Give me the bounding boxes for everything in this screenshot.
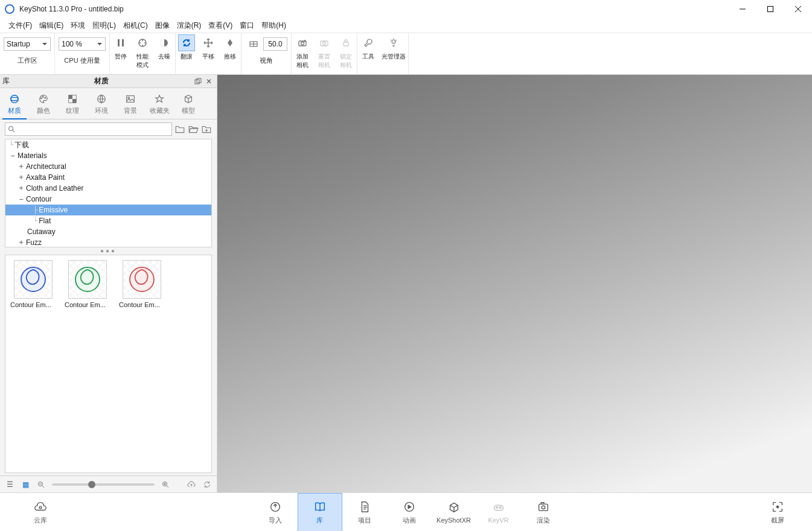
tab-colors[interactable]: 颜色 <box>29 91 58 119</box>
tab-materials[interactable]: 材质 <box>0 91 29 119</box>
list-view-icon[interactable]: ☰ <box>5 480 14 489</box>
menu-view[interactable]: 查看(V) <box>205 19 236 32</box>
animation-button[interactable]: 动画 <box>387 493 432 532</box>
svg-rect-54 <box>541 502 544 504</box>
render-button[interactable]: 渲染 <box>521 493 566 532</box>
document-icon <box>357 500 372 514</box>
folder-open-icon[interactable] <box>188 124 199 135</box>
menu-window[interactable]: 窗口 <box>236 19 258 32</box>
tree-flat[interactable]: └Flat <box>5 215 211 226</box>
thumbnail-item[interactable]: Contour Em... <box>119 260 165 308</box>
tree-materials[interactable]: −Materials <box>5 150 211 161</box>
tumble-button[interactable]: 翻滚 <box>176 33 197 74</box>
tab-textures[interactable]: 纹理 <box>58 91 87 119</box>
maximize-button[interactable] <box>756 0 784 18</box>
panel-close-button[interactable]: ✕ <box>203 76 214 87</box>
menu-render[interactable]: 渲染(R) <box>173 19 205 32</box>
keyshotxr-button[interactable]: KeyShotXR <box>432 493 476 532</box>
pan-button[interactable]: 平移 <box>197 33 219 74</box>
svg-rect-52 <box>539 504 548 510</box>
menu-image[interactable]: 图像 <box>152 19 173 32</box>
menu-environment[interactable]: 环境 <box>67 19 89 32</box>
panel-popout-button[interactable] <box>193 76 203 87</box>
tree-contour[interactable]: −Contour <box>5 194 211 205</box>
vr-icon <box>491 500 506 515</box>
tab-backplates[interactable]: 背景 <box>116 91 145 119</box>
library-panel: 库 材质 ✕ 材质 颜色 纹理 环境 背景 收藏夹 模型 └下载 −Materi… <box>0 75 217 492</box>
sphere-icon <box>8 93 21 105</box>
tab-models[interactable]: 模型 <box>174 91 203 119</box>
menu-camera[interactable]: 相机(C) <box>120 19 152 32</box>
grid-view-icon[interactable]: ▦ <box>21 480 30 489</box>
menu-file[interactable]: 文件(F) <box>5 19 36 32</box>
tree-axalta[interactable]: +Axalta Paint <box>5 172 211 183</box>
svg-rect-24 <box>69 95 72 99</box>
keyvr-button[interactable]: KeyVR <box>476 493 521 532</box>
denoise-button[interactable]: 去噪 <box>153 33 175 74</box>
close-button[interactable] <box>784 0 812 18</box>
crop-icon <box>770 500 785 514</box>
image-icon <box>124 93 136 105</box>
material-tree[interactable]: └下载 −Materials +Architectural +Axalta Pa… <box>5 139 212 247</box>
tree-emissive[interactable]: ├Emissive <box>5 205 211 215</box>
svg-rect-1 <box>768 7 773 12</box>
folder-icon[interactable] <box>174 124 185 135</box>
add-camera-button[interactable]: 添加 相机 <box>292 33 313 74</box>
tree-downloads[interactable]: └下载 <box>5 139 211 150</box>
panel-header: 库 材质 ✕ <box>0 75 217 88</box>
svg-point-33 <box>75 267 100 291</box>
angle-label: 视角 <box>260 56 273 65</box>
search-icon <box>8 126 15 133</box>
cube-icon <box>182 93 194 105</box>
project-button[interactable]: 项目 <box>342 493 387 532</box>
menu-edit[interactable]: 编辑(E) <box>36 19 67 32</box>
folder-add-icon[interactable] <box>201 124 212 135</box>
tree-cloth[interactable]: +Cloth and Leather <box>5 183 211 194</box>
search-row <box>0 119 217 139</box>
workspace-combo[interactable]: Startup <box>4 37 51 51</box>
angle-icon[interactable] <box>245 36 262 52</box>
performance-mode-button[interactable]: 性能 模式 <box>132 33 153 74</box>
library-button[interactable]: 库 <box>298 493 342 532</box>
tree-cutaway[interactable]: Cutaway <box>5 226 211 237</box>
svg-point-42 <box>39 506 42 509</box>
refresh-icon[interactable] <box>202 480 212 489</box>
render-viewport[interactable] <box>217 75 812 492</box>
minimize-button[interactable] <box>729 0 756 18</box>
cloud-upload-icon[interactable] <box>187 480 196 489</box>
book-icon <box>313 500 327 514</box>
dolly-button[interactable]: 推移 <box>219 33 241 74</box>
screenshot-button[interactable]: 截屏 <box>755 493 800 532</box>
menu-lighting[interactable]: 照明(L) <box>89 19 120 32</box>
zoom-out-icon[interactable] <box>36 480 46 489</box>
svg-point-32 <box>21 267 45 291</box>
tree-fuzz[interactable]: +Fuzz <box>5 237 211 247</box>
light-manager-button[interactable]: 光管理器 <box>379 33 408 74</box>
thumbnail-grid: Contour Em... Contour Em... Contour Em..… <box>5 255 212 473</box>
zoom-in-icon[interactable] <box>161 480 170 489</box>
titlebar: KeyShot 11.3.0 Pro - untitled.bip <box>0 0 812 18</box>
cloud-library-button[interactable]: 云库 <box>18 493 63 532</box>
svg-point-34 <box>130 267 154 291</box>
thumbnail-item[interactable]: Contour Em... <box>65 260 110 308</box>
star-icon <box>153 93 165 105</box>
tools-button[interactable]: 工具 <box>357 33 379 74</box>
splitter-handle[interactable]: ●●● <box>0 247 217 253</box>
panel-title: 材质 <box>10 76 193 86</box>
svg-point-53 <box>542 506 545 509</box>
tree-architectural[interactable]: +Architectural <box>5 161 211 172</box>
reset-camera-button[interactable]: 重置 相机 <box>313 33 335 74</box>
menu-help[interactable]: 帮助(H) <box>258 19 290 32</box>
thumb-size-slider[interactable] <box>52 483 155 486</box>
pause-button[interactable]: 暂停 <box>110 33 132 74</box>
zoom-combo[interactable]: 100 % <box>59 37 106 51</box>
angle-field[interactable]: 50.0 <box>263 37 287 51</box>
import-button[interactable]: 导入 <box>253 493 298 532</box>
tab-favorites[interactable]: 收藏夹 <box>145 91 174 119</box>
svg-point-19 <box>11 95 19 103</box>
lock-camera-button[interactable]: 锁定 相机 <box>335 33 357 74</box>
material-swatch-icon <box>20 266 46 293</box>
tab-environments[interactable]: 环境 <box>87 91 116 119</box>
thumbnail-item[interactable]: Contour Em... <box>10 260 56 308</box>
search-input[interactable] <box>5 122 172 136</box>
